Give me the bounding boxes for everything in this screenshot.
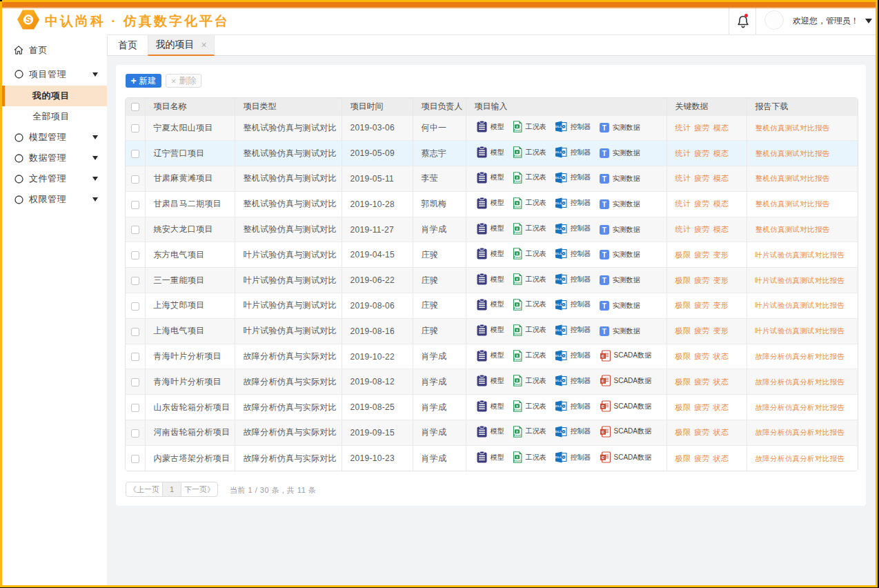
key-data-link[interactable]: 疲劳 xyxy=(694,149,710,157)
sidebar-item-data-mgmt[interactable]: 数据管理 xyxy=(2,148,107,168)
input-item-model[interactable]: 模型 xyxy=(477,273,504,285)
table-row[interactable]: 河南齿轮箱分析项目故障分析仿真与实际对比2019-09-15肖学成 模型 x E… xyxy=(126,420,858,446)
input-item-excel[interactable]: x Excel 工况表 xyxy=(513,375,546,386)
row-checkbox[interactable] xyxy=(131,277,139,285)
tab-close-icon[interactable]: × xyxy=(201,40,206,50)
key-data-link[interactable]: 变形 xyxy=(713,326,729,335)
key-data-link[interactable]: 疲劳 xyxy=(694,124,710,132)
input-item-excel[interactable]: x Excel 工况表 xyxy=(513,223,546,235)
row-checkbox[interactable] xyxy=(131,353,139,361)
key-data-link[interactable]: 统计 xyxy=(675,225,691,233)
table-row[interactable]: 内蒙古塔架分析项目故障分析仿真与实际对比2019-10-23肖学成 模型 x E… xyxy=(126,445,858,471)
input-item-dll[interactable]: DLL 控制器 xyxy=(555,299,591,311)
key-data-link[interactable]: 状态 xyxy=(713,378,729,386)
input-item-dll[interactable]: DLL 控制器 xyxy=(555,146,591,158)
avatar[interactable] xyxy=(764,10,784,30)
input-item-tdata[interactable]: T 实测数据 xyxy=(600,123,640,133)
key-data-link[interactable]: 状态 xyxy=(713,428,729,436)
key-data-link[interactable]: 模态 xyxy=(713,225,729,233)
input-item-dll[interactable]: DLL 控制器 xyxy=(555,350,591,362)
select-all-checkbox[interactable] xyxy=(131,103,139,111)
key-data-link[interactable]: 疲劳 xyxy=(694,199,710,208)
row-checkbox[interactable] xyxy=(131,429,139,438)
input-item-scada[interactable]: c SCADA数据 xyxy=(600,451,651,463)
key-data-link[interactable]: 疲劳 xyxy=(694,454,710,462)
report-download-link[interactable]: 叶片试验仿真测试对比报告 xyxy=(755,326,845,335)
row-checkbox[interactable] xyxy=(131,124,139,133)
input-item-model[interactable]: 模型 xyxy=(477,146,504,158)
key-data-link[interactable]: 疲劳 xyxy=(694,251,710,259)
input-item-scada[interactable]: c SCADA数据 xyxy=(600,400,651,412)
report-download-link[interactable]: 故障分析仿真分析对比报告 xyxy=(755,428,845,436)
current-page[interactable]: 1 xyxy=(162,482,181,496)
input-item-dll[interactable]: DLL 控制器 xyxy=(555,172,591,184)
table-row[interactable]: 上海电气项目叶片试验仿真与测试对比2019-08-16庄骏 模型 x Excel… xyxy=(126,318,858,344)
key-data-link[interactable]: 统计 xyxy=(675,124,691,132)
input-item-model[interactable]: 模型 xyxy=(477,400,504,412)
delete-button[interactable]: × 删除 xyxy=(166,74,201,88)
notification-bell-button[interactable] xyxy=(735,13,751,30)
input-item-excel[interactable]: x Excel 工况表 xyxy=(513,426,546,438)
report-download-link[interactable]: 故障分析仿真分析对比报告 xyxy=(755,352,845,360)
input-item-excel[interactable]: x Excel 工况表 xyxy=(513,146,546,158)
report-download-link[interactable]: 故障分析仿真分析对比报告 xyxy=(755,378,845,386)
row-checkbox[interactable] xyxy=(131,455,139,463)
input-item-scada[interactable]: c SCADA数据 xyxy=(600,375,651,386)
key-data-link[interactable]: 统计 xyxy=(675,149,691,157)
input-item-dll[interactable]: DLL 控制器 xyxy=(555,451,591,463)
table-row[interactable]: 东方电气项目叶片试验仿真与测试对比2019-04-15庄骏 模型 x Excel… xyxy=(126,242,858,268)
report-download-link[interactable]: 整机仿真测试对比报告 xyxy=(755,225,830,233)
input-item-tdata[interactable]: T 实测数据 xyxy=(600,199,640,209)
key-data-link[interactable]: 状态 xyxy=(713,403,729,411)
key-data-link[interactable]: 疲劳 xyxy=(694,428,710,436)
key-data-link[interactable]: 极限 xyxy=(675,428,691,436)
input-item-model[interactable]: 模型 xyxy=(477,324,504,336)
sidebar-item-home[interactable]: 首页 xyxy=(2,40,107,61)
report-download-link[interactable]: 整机仿真测试对比报告 xyxy=(755,149,830,157)
input-item-dll[interactable]: DLL 控制器 xyxy=(555,324,591,336)
row-checkbox[interactable] xyxy=(131,302,139,311)
sidebar-item-project-mgmt[interactable]: 项目管理 xyxy=(2,64,107,85)
key-data-link[interactable]: 极限 xyxy=(675,378,691,386)
row-checkbox[interactable] xyxy=(131,201,139,209)
tab-my-projects[interactable]: 我的项目 × xyxy=(148,35,215,56)
input-item-excel[interactable]: x Excel 工况表 xyxy=(513,273,546,285)
key-data-link[interactable]: 疲劳 xyxy=(694,174,710,182)
input-item-excel[interactable]: x Excel 工况表 xyxy=(513,121,546,133)
report-download-link[interactable]: 整机仿真测试对比报告 xyxy=(755,174,830,182)
input-item-model[interactable]: 模型 xyxy=(477,375,504,386)
input-item-model[interactable]: 模型 xyxy=(477,451,504,463)
sidebar-item-file-mgmt[interactable]: 文件管理 xyxy=(2,168,107,189)
new-button[interactable]: + 新建 xyxy=(126,74,161,88)
key-data-link[interactable]: 极限 xyxy=(675,301,691,309)
key-data-link[interactable]: 变形 xyxy=(713,251,729,259)
report-download-link[interactable]: 叶片试验仿真测试对比报告 xyxy=(755,276,845,284)
input-item-tdata[interactable]: T 实测数据 xyxy=(600,250,640,259)
input-item-tdata[interactable]: T 实测数据 xyxy=(600,275,640,285)
table-row[interactable]: 山东齿轮箱分析项目故障分析仿真与实际对比2019-08-25肖学成 模型 x E… xyxy=(126,395,858,420)
report-download-link[interactable]: 叶片试验仿真测试对比报告 xyxy=(755,251,845,259)
key-data-link[interactable]: 疲劳 xyxy=(694,352,710,360)
key-data-link[interactable]: 状态 xyxy=(713,352,729,360)
key-data-link[interactable]: 模态 xyxy=(713,149,729,157)
sidebar-item-model-mgmt[interactable]: 模型管理 xyxy=(2,127,107,148)
input-item-tdata[interactable]: T 实测数据 xyxy=(600,225,640,235)
input-item-scada[interactable]: c SCADA数据 xyxy=(600,426,651,438)
table-row[interactable]: 甘肃麻黄滩项目整机试验仿真与测试对比2019-05-11李莹 模型 x Exce… xyxy=(126,166,858,192)
key-data-link[interactable]: 变形 xyxy=(713,276,729,284)
input-item-model[interactable]: 模型 xyxy=(477,223,504,235)
table-row[interactable]: 姚安大龙口项目整机试验仿真与测试对比2019-11-27肖学成 模型 x Exc… xyxy=(126,217,858,242)
key-data-link[interactable]: 疲劳 xyxy=(694,301,710,309)
input-item-dll[interactable]: DLL 控制器 xyxy=(555,426,591,438)
input-item-model[interactable]: 模型 xyxy=(477,299,504,311)
row-checkbox[interactable] xyxy=(131,175,139,184)
key-data-link[interactable]: 变形 xyxy=(713,301,729,309)
input-item-excel[interactable]: x Excel 工况表 xyxy=(513,451,546,463)
key-data-link[interactable]: 极限 xyxy=(675,251,691,259)
tab-home[interactable]: 首页 xyxy=(108,35,148,56)
key-data-link[interactable]: 疲劳 xyxy=(694,225,710,233)
input-item-model[interactable]: 模型 xyxy=(477,350,504,362)
report-download-link[interactable]: 整机仿真测试对比报告 xyxy=(755,199,830,208)
key-data-link[interactable]: 统计 xyxy=(675,174,691,182)
input-item-tdata[interactable]: T 实测数据 xyxy=(600,148,640,158)
